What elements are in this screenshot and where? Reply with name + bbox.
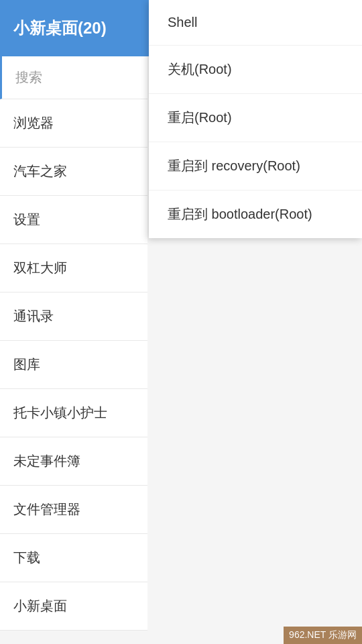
header-title: 小新桌面(20) (13, 17, 107, 39)
list-items-container: 浏览器汽车之家设置双杠大师通讯录图库托卡小镇小护士未定事件簿文件管理器下载小新桌… (0, 99, 147, 631)
list-item[interactable]: 未定事件簿 (0, 437, 147, 486)
list-item[interactable]: 双杠大师 (0, 244, 147, 292)
list-item[interactable]: 下载 (0, 534, 147, 582)
list-item[interactable]: 小新桌面 (0, 582, 147, 631)
list-item[interactable]: 文件管理器 (0, 486, 147, 534)
dropdown-menu: Shell关机(Root)重启(Root)重启到 recovery(Root)重… (149, 0, 362, 238)
search-item[interactable]: 搜索 (0, 56, 147, 99)
dropdown-item-1[interactable]: 关机(Root) (149, 46, 362, 94)
dropdown-item-3[interactable]: 重启到 recovery(Root) (149, 142, 362, 191)
list-item[interactable]: 图库 (0, 341, 147, 389)
list-item[interactable]: 汽车之家 (0, 148, 147, 196)
dropdown-items-container: Shell关机(Root)重启(Root)重启到 recovery(Root)重… (149, 0, 362, 238)
list-item[interactable]: 设置 (0, 196, 147, 244)
list-item[interactable]: 通讯录 (0, 292, 147, 341)
search-label: 搜索 (15, 68, 42, 87)
app-list: 搜索 浏览器汽车之家设置双杠大师通讯录图库托卡小镇小护士未定事件簿文件管理器下载… (0, 56, 147, 631)
watermark: 962.NET 乐游网 (284, 627, 362, 644)
dropdown-item-4[interactable]: 重启到 bootloader(Root) (149, 191, 362, 238)
dropdown-item-0[interactable]: Shell (149, 0, 362, 46)
list-item[interactable]: 托卡小镇小护士 (0, 389, 147, 437)
dropdown-item-2[interactable]: 重启(Root) (149, 94, 362, 142)
list-item[interactable]: 浏览器 (0, 99, 147, 148)
